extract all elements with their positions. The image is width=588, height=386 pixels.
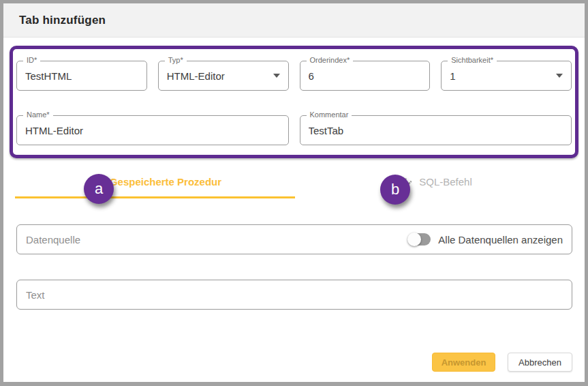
sichtbarkeit-select[interactable]: Sichtbarkeit* 1	[441, 61, 572, 91]
tab-sql-befehl[interactable]: SQL-Befehl	[295, 167, 575, 198]
orderindex-field[interactable]: Orderindex*	[300, 61, 431, 91]
annotation-highlight-box: ID* Typ* HTML-Editor Orderindex* Sichtba…	[10, 46, 578, 158]
cancel-button[interactable]: Abbrechen	[508, 353, 572, 372]
datenquelle-row: Alle Datenquellen anzeigen	[16, 224, 572, 254]
kommentar-field-label: Kommentar	[307, 110, 352, 119]
typ-select[interactable]: Typ* HTML-Editor	[158, 61, 289, 91]
tab-label: Gespeicherte Prozedur	[110, 176, 221, 188]
typ-field-label: Typ*	[165, 56, 187, 64]
all-datasources-toggle-group: Alle Datenquellen anzeigen	[407, 233, 563, 246]
annotation-badge-a: a	[84, 174, 114, 204]
text-input[interactable]	[26, 289, 563, 301]
name-input[interactable]	[25, 125, 280, 136]
kommentar-input[interactable]	[309, 125, 563, 136]
sichtbarkeit-select-value: 1	[450, 70, 455, 82]
orderindex-field-label: Orderindex*	[307, 56, 354, 64]
name-field[interactable]: Name*	[16, 115, 289, 145]
name-field-label: Name*	[23, 110, 53, 119]
id-field[interactable]: ID*	[16, 61, 147, 91]
dialog-window: Tab hinzufügen ID* Typ* HTML-Editor Orde…	[0, 0, 588, 386]
sichtbarkeit-field-label: Sichtbarkeit*	[448, 56, 497, 64]
toggle-label: Alle Datenquellen anzeigen	[438, 234, 563, 246]
chevron-down-icon	[556, 74, 563, 78]
text-row	[16, 280, 572, 310]
orderindex-input[interactable]	[309, 70, 422, 82]
typ-select-value: HTML-Editor	[167, 70, 225, 82]
kommentar-field[interactable]: Kommentar	[300, 115, 572, 145]
tab-label: SQL-Befehl	[419, 176, 472, 188]
dialog-footer: Anwenden Abbrechen	[3, 353, 572, 372]
datenquelle-input[interactable]	[26, 234, 407, 246]
annotation-badge-b: b	[380, 175, 410, 205]
apply-button[interactable]: Anwenden	[432, 353, 495, 372]
tab-gespeicherte-prozedur[interactable]: Gespeicherte Prozedur	[15, 167, 295, 198]
page-title: Tab hinzufügen	[19, 14, 106, 27]
all-datasources-toggle[interactable]	[407, 233, 431, 246]
id-input[interactable]	[25, 70, 138, 82]
id-field-label: ID*	[23, 56, 40, 64]
dialog-header: Tab hinzufügen	[3, 3, 585, 38]
chevron-down-icon	[273, 74, 280, 78]
